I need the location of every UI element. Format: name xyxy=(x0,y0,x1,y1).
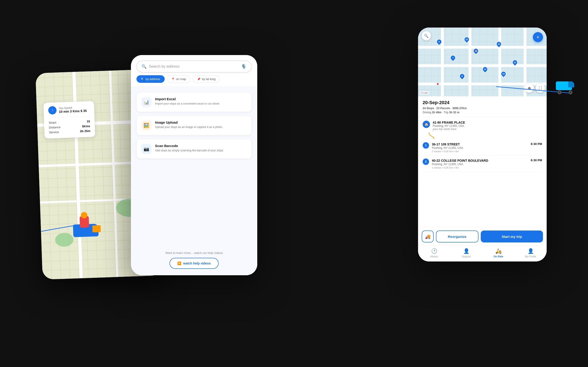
search-section: 🔍 Search by address 🎙️ 🔍 by address 📍 on… xyxy=(131,55,257,87)
search-tab-icon: 🔍 xyxy=(141,77,144,81)
stop-1-city: Flushing, NY 11355, USA xyxy=(432,146,528,150)
video-icon: ▶️ xyxy=(177,261,181,265)
barcode-title: Scan Barcode xyxy=(155,144,223,148)
stop-1-time: 6:30 PM xyxy=(531,142,542,146)
options-list: 📊 Import Excel Import your stops as a co… xyxy=(131,87,257,247)
tab-on-map-label: on map xyxy=(176,77,186,81)
search-bar[interactable]: 🔍 Search by address 🎙️ xyxy=(137,60,252,73)
search-placeholder[interactable]: Search by address xyxy=(149,65,239,69)
profile-icon: 👤 xyxy=(527,248,534,254)
tab-bar: 🔍 by address 📍 on map 📌 by lat long xyxy=(137,75,252,83)
image-upload-card[interactable]: 🖼️ Image Upload Upload your stops as an … xyxy=(137,116,252,135)
stop-item-1[interactable]: 1 36-17 109 STREET Flushing, NY 11355, U… xyxy=(423,140,542,156)
mic-icon[interactable]: 🎙️ xyxy=(241,64,247,69)
saved-value: 10 min 3 Kms $ 35 xyxy=(59,109,87,114)
trip-drive-line: Driving 2h 46m · Trip 3h 32 m xyxy=(423,111,542,114)
trip-date: 20-Sep-2024 xyxy=(423,100,542,105)
map-tab-icon: 📍 xyxy=(171,77,175,81)
trip-stats-line: 24 Stops · 23 Parcels · 3095.37Km xyxy=(423,107,542,110)
scan-barcode-card[interactable]: 📷 Scan Barcode Add stops by simply scann… xyxy=(137,139,252,159)
tab-by-lat-label: by lat long xyxy=(202,77,216,81)
footer-section: Want to learn more... watch our help vid… xyxy=(131,247,257,275)
start-trip-button[interactable]: Start my trip xyxy=(481,231,543,242)
add-stop-button[interactable]: + xyxy=(533,32,543,42)
home-stop: 🏠 41-90 FRAME PLACE Flushing, NY 11355, … xyxy=(423,117,542,131)
nav-history[interactable]: 🕐 History xyxy=(418,248,450,258)
nav-support[interactable]: 👤 Support xyxy=(450,248,482,258)
stops-list: 🏠 41-90 FRAME PLACE Flushing, NY 11355, … xyxy=(418,117,547,227)
trip-detail: 20-Sep-2024 24 Stops · 23 Parcels · 3095… xyxy=(418,96,547,261)
map-locate-button[interactable]: ⊕ xyxy=(525,83,534,93)
image-icon: 🖼️ xyxy=(144,123,149,128)
trip-time: 3h 32 m xyxy=(449,111,459,114)
map-search-button[interactable]: 🔍 xyxy=(422,31,431,40)
search-icon: 🔍 xyxy=(141,64,147,69)
service-label: Service xyxy=(49,130,59,134)
delivery-person xyxy=(72,209,101,237)
stops-count: 24 Stops xyxy=(423,107,434,110)
stops-value: 10 xyxy=(86,119,90,123)
trip-map[interactable]: 🏠 3 7 13 22 23 8 18 21 xyxy=(418,27,547,96)
service-value: 0h 25m xyxy=(80,129,90,133)
history-label: History xyxy=(430,255,438,258)
stop-2-meta: 2 mintes • 0.05 Km • 0m xyxy=(432,166,528,169)
on-ride-icon: 🛵 xyxy=(495,248,502,254)
coord-tab-icon: 📌 xyxy=(197,77,200,81)
trip-header: 20-Sep-2024 24 Stops · 23 Parcels · 3095… xyxy=(418,96,547,117)
truck-wheel2 xyxy=(569,91,572,94)
route-arrow xyxy=(423,131,542,140)
image-icon-wrap: 🖼️ xyxy=(141,120,151,131)
bottom-navigation: 🕐 History 👤 Support 🛵 On Ride 👤 My Profi… xyxy=(418,245,547,261)
watch-btn-label: watch help videos xyxy=(183,261,211,265)
barcode-icon: 📷 xyxy=(144,146,149,152)
start-trip-label: Start my trip xyxy=(502,235,522,239)
barcode-desc: Add stops by simply scanning the barcode… xyxy=(155,149,223,152)
nav-on-ride[interactable]: 🛵 On Ride xyxy=(482,248,515,258)
distance-value: 5Kms xyxy=(82,124,90,128)
phone-right: 🏠 3 7 13 22 23 8 18 21 xyxy=(418,27,547,261)
map-road xyxy=(109,71,118,277)
support-icon: 👤 xyxy=(463,248,469,254)
map-road-h1 xyxy=(418,46,547,49)
truck-icon-button[interactable]: 🚚 xyxy=(422,231,434,242)
map-road-h2 xyxy=(418,64,547,67)
support-label: Support xyxy=(462,255,471,258)
excel-desc: Import your stops as a convenient excel … xyxy=(155,102,219,106)
image-desc: Upload your stops as an image or capture… xyxy=(155,125,223,129)
truck-cab xyxy=(568,81,574,87)
action-bar: 🚚 Reorganize Start my trip xyxy=(418,227,547,245)
stop-number-2: 2 xyxy=(423,158,429,165)
image-title: Image Upload xyxy=(155,120,223,124)
excel-title: Import Excel xyxy=(155,97,219,101)
map-road-v1 xyxy=(441,27,444,96)
help-text: Want to learn more... watch our help vid… xyxy=(137,251,252,255)
tab-by-address[interactable]: 🔍 by address xyxy=(137,75,165,83)
trip-distance: 3095.37Km xyxy=(452,107,467,110)
map-expand-button[interactable]: ⛶ xyxy=(536,83,545,93)
phone-mid: 🔍 Search by address 🎙️ 🔍 by address 📍 on… xyxy=(131,55,257,275)
tab-on-map[interactable]: 📍 on map xyxy=(167,75,190,83)
home-stop-icon: 🏠 xyxy=(423,121,430,128)
barcode-icon-wrap: 📷 xyxy=(141,144,151,154)
stops-label: Stops xyxy=(49,121,57,124)
home-address: 41-90 FRAME PLACE xyxy=(433,121,465,124)
home-note: your trip starts here xyxy=(433,127,465,131)
reorganize-button[interactable]: Reorganize xyxy=(436,231,478,242)
stop-1-address: 36-17 109 STREET xyxy=(432,142,528,146)
stop-2-city: Flushing, NY 11355, USA xyxy=(432,163,528,166)
tab-by-lat-long[interactable]: 📌 by lat long xyxy=(193,75,220,83)
driving-time: 2h 46m xyxy=(432,111,441,114)
stop-item-2[interactable]: 2 40-22 COLLEGE POINT BOULEVARD Flushing… xyxy=(423,156,542,172)
stop-number-1: 1 xyxy=(423,142,429,149)
pin-2: 7 xyxy=(449,54,457,62)
watch-help-button[interactable]: ▶️ watch help videos xyxy=(170,258,219,269)
google-logo: Google xyxy=(420,91,429,94)
import-excel-card[interactable]: 📊 Import Excel Import your stops as a co… xyxy=(137,92,252,112)
stop-2-time: 6:30 PM xyxy=(531,158,542,162)
parcels-count: 23 Parcels xyxy=(436,107,450,110)
excel-icon-wrap: 📊 xyxy=(141,97,151,107)
history-icon: 🕐 xyxy=(431,248,437,254)
profile-label: My Profile xyxy=(525,255,536,258)
trend-icon: ↑ xyxy=(48,106,57,115)
nav-profile[interactable]: 👤 My Profile xyxy=(515,248,547,258)
